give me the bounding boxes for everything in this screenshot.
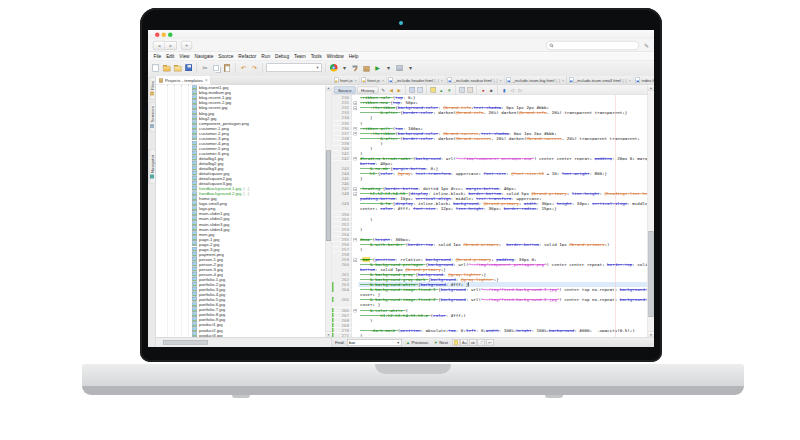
uncomment-icon[interactable]: [467, 87, 474, 94]
configuration-combo-icon[interactable]: ▼: [267, 64, 322, 73]
wrap-around-toggle[interactable]: ↩: [486, 339, 494, 346]
find-selection-icon[interactable]: [409, 87, 416, 94]
menu-file[interactable]: File: [151, 54, 164, 60]
menu-edit[interactable]: Edit: [164, 54, 177, 60]
dock-tab-navigator[interactable]: Navigator: [149, 149, 156, 184]
back-button[interactable]: ◀: [153, 41, 165, 50]
minimize-window-button[interactable]: [162, 33, 167, 38]
editor-tab[interactable]: index.html[..]×: [633, 76, 654, 85]
projects-hscrollbar[interactable]: [156, 337, 332, 347]
prev-occurrence-icon[interactable]: ▲: [438, 87, 445, 94]
find-input[interactable]: bar ▼: [347, 339, 402, 346]
whole-words-toggle[interactable]: ab: [469, 339, 477, 346]
shift-right-icon[interactable]: ▷: [517, 87, 524, 94]
build-project-icon[interactable]: [351, 63, 360, 72]
copy-icon[interactable]: [212, 63, 221, 72]
close-icon[interactable]: ×: [629, 78, 631, 83]
highlight-results-toggle[interactable]: [452, 339, 460, 346]
menu-navigate[interactable]: Navigate: [192, 54, 216, 60]
scrollbar-thumb[interactable]: [163, 340, 208, 345]
start-macro-icon[interactable]: ●: [480, 87, 487, 94]
browser-dropdown-icon[interactable]: ▾: [340, 63, 349, 72]
close-icon[interactable]: ×: [354, 78, 356, 83]
match-case-toggle[interactable]: Aa: [461, 339, 469, 346]
editor-tab[interactable]: _include-team-big.html[..]×: [504, 76, 566, 85]
new-project-icon[interactable]: [162, 63, 171, 72]
dock-tab-services[interactable]: Services: [149, 102, 156, 132]
new-file-icon[interactable]: [151, 63, 160, 72]
paste-icon[interactable]: [223, 63, 232, 72]
projects-tab[interactable]: Projects - templates ×: [156, 76, 211, 85]
fold-collapse-icon[interactable]: [354, 107, 358, 111]
fold-collapse-icon[interactable]: [354, 157, 358, 161]
regular-expression-toggle[interactable]: .*: [478, 339, 486, 346]
editor-tab[interactable]: _include-team-small.html[..]×: [567, 76, 634, 85]
search-input[interactable]: [546, 41, 639, 50]
toggle-highlight-icon[interactable]: [430, 87, 437, 94]
scrollbar-thumb[interactable]: [649, 231, 654, 317]
dock-tab-files[interactable]: Files: [149, 77, 156, 100]
close-icon[interactable]: ×: [562, 78, 564, 83]
zoom-window-button[interactable]: [168, 33, 173, 38]
last-edit-icon[interactable]: ✎: [380, 87, 387, 94]
back-icon[interactable]: ◀: [388, 87, 395, 94]
editor-tab[interactable]: _include-header.html[..]×: [387, 76, 446, 85]
history-view-button[interactable]: History: [357, 86, 378, 93]
menu-team[interactable]: Team: [292, 54, 309, 60]
undo-icon[interactable]: ↶: [239, 63, 248, 72]
new-tab-button[interactable]: +: [181, 41, 192, 50]
profile-project-icon[interactable]: [395, 63, 404, 72]
scroll-up-icon[interactable]: ▲: [326, 85, 332, 91]
editor-tab[interactable]: front.js×: [332, 76, 359, 85]
edit-pencil-icon[interactable]: ✎: [644, 42, 649, 49]
open-project-icon[interactable]: [173, 63, 182, 72]
run-project-icon[interactable]: ▶: [373, 63, 382, 72]
close-icon[interactable]: ×: [441, 78, 443, 83]
source-view-button[interactable]: Source: [334, 86, 356, 93]
cut-icon[interactable]: ✂: [201, 63, 210, 72]
fold-collapse-icon[interactable]: [354, 238, 358, 242]
find-previous-button[interactable]: ▲ Previous: [405, 340, 430, 345]
menu-refactor[interactable]: Refactor: [236, 54, 259, 60]
editor-tab[interactable]: front.js×: [359, 76, 386, 85]
redo-icon[interactable]: ↷: [250, 63, 259, 72]
menu-help[interactable]: Help: [346, 54, 361, 60]
fold-collapse-icon[interactable]: [354, 132, 358, 136]
clean-build-project-icon[interactable]: [362, 63, 371, 72]
shift-left-icon[interactable]: ◁: [509, 87, 516, 94]
run-dropdown-icon[interactable]: ▾: [384, 63, 393, 72]
close-icon[interactable]: ×: [205, 78, 208, 83]
fold-collapse-icon[interactable]: [354, 187, 358, 191]
close-icon[interactable]: ×: [500, 78, 502, 83]
fold-collapse-icon[interactable]: [354, 127, 358, 131]
editor-scrollbar[interactable]: ▲ ▼: [648, 85, 655, 337]
forward-icon[interactable]: ▶: [396, 87, 403, 94]
menu-run[interactable]: Run: [259, 54, 273, 60]
comment-icon[interactable]: [459, 87, 466, 94]
profile-dropdown-icon[interactable]: ▾: [406, 63, 415, 72]
code-editor[interactable]: 230.ribbon.sale {top: 0;}231.ribbon.new …: [332, 95, 648, 337]
menu-window[interactable]: Window: [324, 54, 346, 60]
menu-view[interactable]: View: [177, 54, 192, 60]
fold-collapse-icon[interactable]: [354, 102, 358, 106]
forward-button[interactable]: ▶: [165, 41, 177, 50]
bookmark-icon[interactable]: ▮: [501, 87, 508, 94]
menu-source[interactable]: Source: [216, 54, 236, 60]
scroll-up-icon[interactable]: ▲: [648, 85, 654, 91]
scrollbar-thumb[interactable]: [326, 151, 331, 242]
menu-tools[interactable]: Tools: [308, 54, 324, 60]
close-icon[interactable]: ×: [382, 78, 384, 83]
fold-collapse-icon[interactable]: [354, 193, 358, 197]
stop-macro-icon[interactable]: ■: [488, 87, 495, 94]
fold-collapse-icon[interactable]: [354, 258, 358, 262]
editor-tab[interactable]: _include-navbar.html[..]×: [446, 76, 505, 85]
close-window-button[interactable]: [155, 33, 160, 38]
projects-scrollbar[interactable]: ▲ ▼: [325, 85, 332, 337]
browser-chrome-icon[interactable]: [329, 63, 338, 72]
fold-collapse-icon[interactable]: [354, 309, 358, 313]
save-all-icon[interactable]: [184, 63, 193, 72]
menu-debug[interactable]: Debug: [273, 54, 292, 60]
find-next-button[interactable]: ▼ Next: [432, 340, 449, 345]
find-next-icon[interactable]: [417, 87, 424, 94]
next-occurrence-icon[interactable]: ▼: [446, 87, 453, 94]
